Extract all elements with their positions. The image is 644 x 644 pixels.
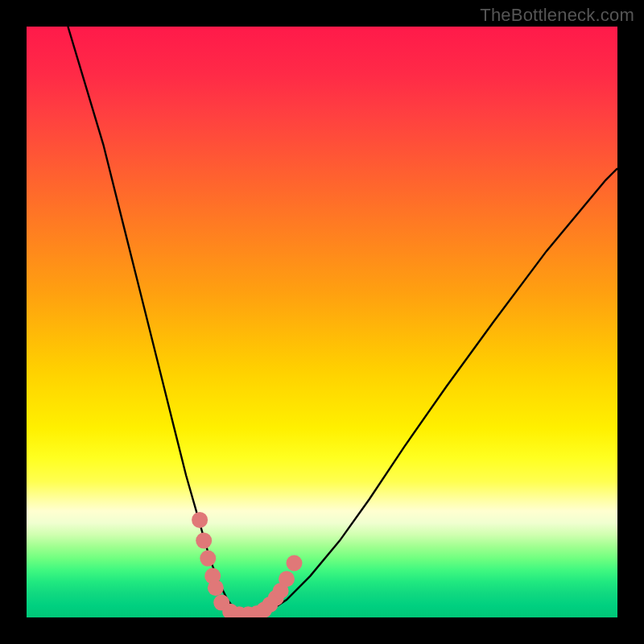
marker-dot (192, 512, 208, 528)
marker-dot (196, 533, 212, 549)
chart-frame: TheBottleneck.com (0, 0, 644, 644)
bottleneck-curve-line (68, 27, 617, 614)
highlight-markers (192, 512, 302, 617)
plot-area (27, 27, 617, 617)
marker-dot (208, 580, 224, 596)
marker-dot (200, 551, 216, 567)
marker-dot (287, 555, 303, 572)
watermark-text: TheBottleneck.com (480, 5, 634, 26)
chart-svg (27, 27, 617, 617)
marker-dot (279, 571, 295, 587)
